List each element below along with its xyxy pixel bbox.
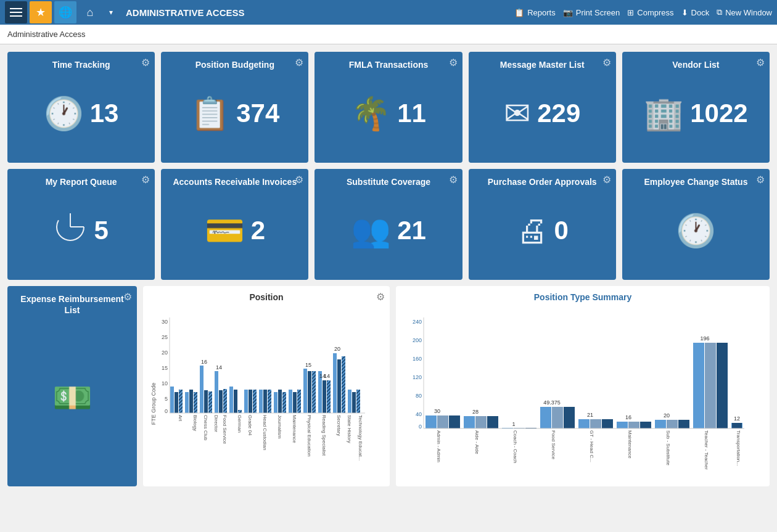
tile-purchase-order-approvals[interactable]: ⚙ Purchase Order Approvals 🖨 0 bbox=[469, 169, 616, 280]
svg-text:Maintenance: Maintenance bbox=[292, 415, 297, 443]
gear-icon[interactable]: ⚙ bbox=[602, 174, 611, 186]
globe-button[interactable]: 🌐 bbox=[54, 1, 76, 23]
new-window-button[interactable]: ⧉ New Window bbox=[717, 7, 772, 17]
gear-icon[interactable]: ⚙ bbox=[123, 291, 132, 303]
svg-text:GT - Head C...: GT - Head C... bbox=[589, 430, 594, 462]
document-icon: 📋 bbox=[190, 95, 230, 133]
tile-content: 🏢 1022 bbox=[630, 70, 762, 157]
svg-rect-99 bbox=[590, 419, 601, 428]
gear-icon[interactable]: ⚙ bbox=[756, 57, 765, 68]
svg-rect-14 bbox=[185, 392, 189, 413]
tile-title: Expense Reimbursement List bbox=[15, 293, 130, 316]
hamburger-menu-button[interactable] bbox=[5, 1, 27, 23]
svg-rect-115 bbox=[732, 423, 742, 428]
tile-title: Employee Change Status bbox=[630, 176, 762, 187]
tile-expense-reimbursement[interactable]: ⚙ Expense Reimbursement List 💵 bbox=[7, 286, 137, 486]
svg-text:Transportation...: Transportation... bbox=[736, 430, 741, 466]
tile-count: 13 bbox=[90, 99, 119, 128]
tile-title: My Report Queue bbox=[15, 176, 147, 187]
svg-text:28: 28 bbox=[472, 409, 479, 415]
tile-title: Time Tracking bbox=[15, 59, 147, 70]
tile-count: 11 bbox=[397, 99, 426, 128]
reports-button[interactable]: 📋 Reports bbox=[514, 8, 556, 17]
dock-button[interactable]: ⬇ Dock bbox=[681, 8, 710, 17]
svg-rect-38 bbox=[303, 369, 307, 413]
tile-position-budgeting[interactable]: ⚙ Position Budgeting 📋 374 bbox=[161, 52, 308, 163]
svg-text:Chess Club: Chess Club bbox=[203, 415, 208, 441]
svg-text:0: 0 bbox=[419, 424, 422, 430]
svg-text:5: 5 bbox=[165, 396, 168, 402]
svg-text:Admin - Admin: Admin - Admin bbox=[436, 430, 442, 462]
home-button[interactable]: ⌂ bbox=[79, 1, 101, 23]
svg-text:15: 15 bbox=[162, 365, 168, 371]
svg-text:15: 15 bbox=[305, 362, 311, 368]
tile-fmla-transactions[interactable]: ⚙ FMLA Transactions 🌴 11 bbox=[314, 52, 462, 163]
svg-rect-45 bbox=[337, 359, 341, 413]
svg-text:Aide - Aide: Aide - Aide bbox=[474, 430, 480, 454]
tile-content: 🖨 0 bbox=[476, 187, 609, 274]
tile-substitute-coverage[interactable]: ⚙ Substitute Coverage 👥 21 bbox=[314, 169, 462, 280]
svg-rect-20 bbox=[215, 371, 218, 413]
svg-rect-44 bbox=[333, 353, 337, 413]
tile-accounts-receivable[interactable]: ⚙ Accounts Receivable Invoices 💳 2 bbox=[161, 169, 308, 280]
print-screen-button[interactable]: 📷 Print Screen bbox=[563, 8, 620, 17]
gear-icon[interactable]: ⚙ bbox=[756, 174, 765, 186]
tile-content: 🕐 13 bbox=[15, 70, 147, 157]
svg-rect-106 bbox=[655, 420, 666, 428]
svg-text:Director: Director bbox=[213, 415, 219, 432]
svg-rect-48 bbox=[352, 392, 356, 413]
tile-employee-change-status[interactable]: ⚙ Employee Change Status 🕐 bbox=[622, 169, 770, 280]
svg-text:Head Custodian: Head Custodian bbox=[262, 415, 268, 450]
svg-rect-16 bbox=[194, 392, 197, 413]
svg-rect-108 bbox=[678, 420, 689, 428]
svg-text:Coach - Coach: Coach - Coach bbox=[512, 430, 518, 463]
svg-text:Teacher - Teacher: Teacher - Teacher bbox=[704, 430, 709, 470]
tiles-row-2: ⚙ My Report Queue 5 ⚙ Accounts Receivabl… bbox=[7, 169, 770, 280]
svg-text:Maintenance: Maintenance bbox=[627, 430, 633, 459]
tile-vendor-list[interactable]: ⚙ Vendor List 🏢 1022 bbox=[622, 52, 770, 163]
svg-rect-34 bbox=[282, 392, 286, 413]
svg-text:25: 25 bbox=[162, 334, 168, 340]
tile-time-tracking[interactable]: ⚙ Time Tracking 🕐 13 bbox=[7, 52, 155, 163]
gear-icon[interactable]: ⚙ bbox=[376, 291, 385, 303]
tile-message-master-list[interactable]: ⚙ Message Master List ✉ 229 bbox=[469, 52, 616, 163]
svg-rect-24 bbox=[234, 390, 237, 413]
gear-icon[interactable]: ⚙ bbox=[449, 57, 458, 68]
svg-rect-22 bbox=[223, 389, 227, 413]
svg-rect-43 bbox=[327, 380, 331, 413]
svg-text:30: 30 bbox=[434, 408, 440, 414]
gear-icon[interactable]: ⚙ bbox=[141, 174, 150, 186]
gear-icon[interactable]: ⚙ bbox=[295, 57, 303, 68]
tile-count: 2 bbox=[251, 216, 265, 245]
gear-icon[interactable]: ⚙ bbox=[602, 57, 611, 68]
position-bar-chart: FTE Group Code 30 25 20 15 10 5 0 bbox=[149, 305, 384, 478]
svg-rect-11 bbox=[170, 387, 174, 413]
svg-rect-83 bbox=[437, 415, 448, 428]
reports-icon: 📋 bbox=[514, 8, 524, 17]
svg-text:Food Service: Food Service bbox=[222, 415, 228, 444]
compress-button[interactable]: ⊞ Compress bbox=[627, 8, 673, 17]
svg-text:160: 160 bbox=[413, 356, 422, 362]
nav-dropdown-button[interactable]: ▾ bbox=[104, 1, 118, 23]
svg-text:196: 196 bbox=[700, 335, 709, 342]
svg-text:Physical Education: Physical Education bbox=[306, 415, 312, 457]
tile-my-report-queue[interactable]: ⚙ My Report Queue 5 bbox=[7, 169, 155, 280]
svg-text:120: 120 bbox=[413, 374, 422, 380]
svg-rect-42 bbox=[323, 380, 326, 413]
tile-content: 5 bbox=[15, 187, 147, 274]
svg-rect-111 bbox=[705, 343, 716, 428]
dashboard: ⚙ Time Tracking 🕐 13 ⚙ Position Budgetin… bbox=[0, 44, 777, 494]
svg-text:14: 14 bbox=[324, 373, 330, 379]
compress-icon: ⊞ bbox=[627, 8, 634, 17]
tile-title: Substitute Coverage bbox=[322, 176, 454, 187]
svg-rect-88 bbox=[487, 416, 498, 428]
svg-text:Secretary: Secretary bbox=[336, 415, 342, 436]
favorites-button[interactable]: ★ bbox=[30, 1, 52, 23]
gear-icon[interactable]: ⚙ bbox=[449, 174, 458, 186]
topbar-actions: 📋 Reports 📷 Print Screen ⊞ Compress ⬇ Do… bbox=[514, 7, 772, 17]
bottom-row: ⚙ Expense Reimbursement List 💵 Position … bbox=[7, 286, 770, 486]
page-title: ADMINISTRATIVE ACCESS bbox=[126, 7, 512, 18]
gear-icon[interactable]: ⚙ bbox=[141, 57, 150, 68]
dock-icon: ⬇ bbox=[681, 8, 688, 17]
gear-icon[interactable]: ⚙ bbox=[295, 174, 303, 186]
